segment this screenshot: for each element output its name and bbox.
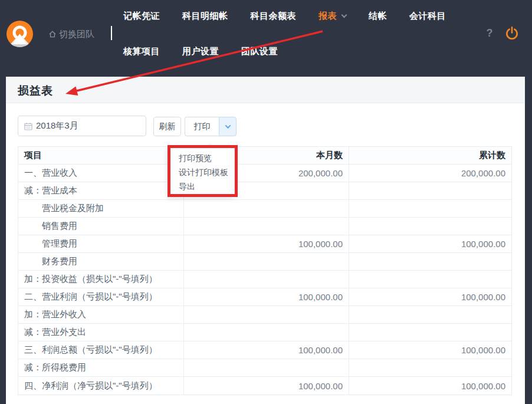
table-row: 一、营业收入200,000.00200,000.00 [18,165,511,182]
cell-current-month [183,306,349,323]
cell-item-name: 加：投资收益（损失以"-"号填列） [18,271,183,288]
print-dropdown-menu: 打印预览设计打印模板导出 [168,147,235,197]
home-icon [48,30,57,38]
app-logo-icon[interactable] [6,21,33,47]
cell-current-month [183,218,349,235]
menu-item-print-preview[interactable]: 打印预览 [168,151,234,165]
cell-current-month [183,200,349,217]
cell-item-name: 减：所得税费用 [18,359,183,376]
column-header-item: 项目 [18,147,183,164]
table-body: 一、营业收入200,000.00200,000.00减：营业成本营业税金及附加销… [18,165,511,395]
cell-item-name: 减：营业成本 [18,182,183,199]
nav-item-trial-balance[interactable]: 科目余额表 [251,10,297,22]
cell-current-month [183,359,349,376]
table-row: 二、营业利润（亏损以"-"号填列）100,000.00100,000.00 [18,288,511,306]
cell-item-name: 管理费用 [18,235,183,252]
cell-item-name: 营业税金及附加 [18,200,183,217]
period-value: 2018年3月 [36,120,78,132]
print-dropdown-toggle[interactable] [219,117,237,136]
nav-item-subsidiary-ledger[interactable]: 科目明细帐 [182,10,228,22]
chevron-down-icon [225,123,231,129]
main-nav-row-2: 核算项目用户设置团队设置 [123,45,278,57]
chevron-down-icon [341,12,347,18]
nav-item-chart-of-accounts[interactable]: 会计科目 [409,10,446,22]
cell-item-name: 一、营业收入 [18,165,183,182]
nav-item-accounting-items[interactable]: 核算项目 [123,45,160,57]
table-row: 管理费用100,000.00100,000.00 [18,235,511,253]
income-statement-table: 项目 本月数 累计数 一、营业收入200,000.00200,000.00减：营… [18,146,512,395]
cell-cumulative [349,200,511,217]
print-split-button: 打印 [185,117,237,136]
cell-current-month: 100,000.00 [183,341,349,359]
table-row: 营业税金及附加 [18,200,511,218]
cell-cumulative [349,324,511,341]
nav-item-user-settings[interactable]: 用户设置 [182,45,219,57]
text-cursor-bar [111,26,112,40]
cell-item-name: 财务费用 [18,253,183,270]
nav-item-team-settings[interactable]: 团队设置 [241,45,278,57]
help-button[interactable]: ? [484,27,495,41]
table-row: 财务费用 [18,253,511,271]
page-title-strip: 损益表 [6,77,525,103]
content-card: 损益表 2018年3月 刷新 打印 项目 本月数 累计数 一、营业收入200,0… [6,77,525,404]
table-header-row: 项目 本月数 累计数 [18,147,511,165]
cell-cumulative [349,359,511,376]
cell-current-month [183,253,349,270]
cell-item-name: 减：营业外支出 [18,324,183,341]
cell-cumulative: 100,000.00 [349,341,511,359]
print-button[interactable]: 打印 [185,117,219,136]
cell-cumulative: 100,000.00 [349,235,511,252]
cell-cumulative: 100,000.00 [349,377,511,395]
team-switcher-label: 切换团队 [59,29,94,40]
column-header-cumulative: 累计数 [349,147,511,164]
period-picker[interactable]: 2018年3月 [18,116,146,136]
cell-cumulative [349,306,511,323]
cell-item-name: 二、营业利润（亏损以"-"号填列） [18,288,183,306]
logout-power-icon[interactable] [504,26,520,41]
cell-item-name: 三、利润总额（亏损以"-"号填列） [18,341,183,359]
nav-item-reports[interactable]: 报表 [318,10,346,22]
cell-current-month: 100,000.00 [183,235,349,252]
cell-cumulative [349,271,511,288]
table-row: 减：营业外支出 [18,324,511,341]
cell-current-month [183,324,349,341]
main-nav-row-1: 记帐凭证科目明细帐科目余额表报表结帐会计科目 [123,10,446,22]
refresh-button[interactable]: 刷新 [153,117,181,136]
cell-current-month: 100,000.00 [183,377,349,395]
top-bar: 切换团队 记帐凭证科目明细帐科目余额表报表结帐会计科目 核算项目用户设置团队设置… [0,0,532,77]
nav-item-vouchers[interactable]: 记帐凭证 [123,10,160,22]
table-row: 加：投资收益（损失以"-"号填列） [18,271,511,288]
menu-item-export[interactable]: 导出 [168,179,234,193]
team-switcher[interactable]: 切换团队 [48,28,94,40]
cell-current-month [183,271,349,288]
cell-item-name: 加：营业外收入 [18,306,183,323]
page-title: 损益表 [18,83,53,98]
table-row: 减：营业成本 [18,182,511,200]
cell-current-month: 100,000.00 [183,288,349,306]
table-row: 四、净利润（净亏损以"-"号填列）100,000.00100,000.00 [18,377,511,395]
table-row: 减：所得税费用 [18,359,511,377]
cell-cumulative [349,218,511,235]
nav-item-closing[interactable]: 结帐 [369,10,387,22]
table-row: 加：营业外收入 [18,306,511,324]
cell-cumulative: 100,000.00 [349,288,511,306]
menu-item-design-print-template[interactable]: 设计打印模板 [168,165,234,179]
calendar-icon [24,122,32,130]
cell-item-name: 销售费用 [18,218,183,235]
table-row: 三、利润总额（亏损以"-"号填列）100,000.00100,000.00 [18,341,511,359]
cell-item-name: 四、净利润（净亏损以"-"号填列） [18,377,183,395]
cell-cumulative: 200,000.00 [349,165,511,182]
cell-cumulative [349,253,511,270]
table-row: 销售费用 [18,218,511,235]
cell-cumulative [349,182,511,199]
